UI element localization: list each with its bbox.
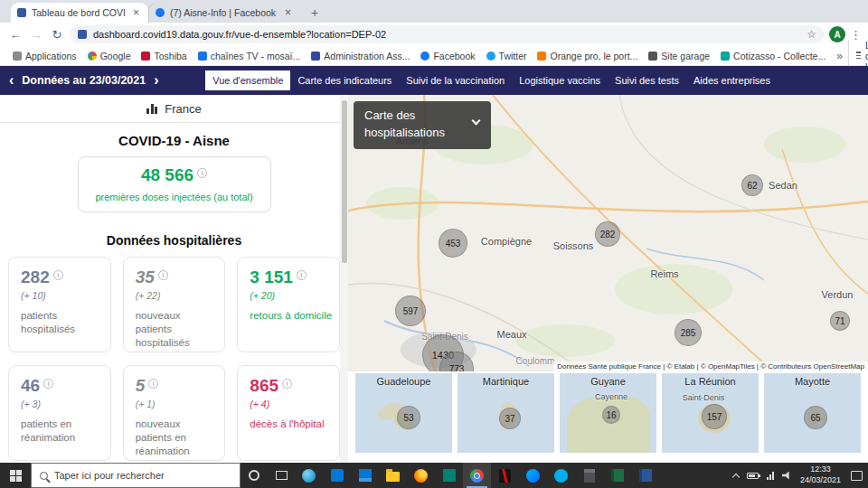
territory-bubble[interactable]: 16 <box>602 406 620 424</box>
tab-carte-des-indicateurs[interactable]: Carte des indicateurs <box>290 70 399 90</box>
taskbar-clock[interactable]: 12:33 24/03/2021 <box>800 465 841 485</box>
map-bubble[interactable]: 453 <box>439 229 467 258</box>
page-title: COVID-19 - Aisne <box>0 133 348 148</box>
territory-bubble[interactable]: 157 <box>702 404 727 429</box>
facebook-icon <box>420 52 429 61</box>
info-icon[interactable]: i <box>43 379 53 389</box>
app-skype[interactable] <box>547 463 575 488</box>
app-calculator[interactable] <box>575 463 603 488</box>
app-bing[interactable] <box>435 463 463 488</box>
info-icon[interactable]: i <box>53 270 63 280</box>
info-icon[interactable]: i <box>158 270 168 280</box>
app-firefox[interactable] <box>407 463 435 488</box>
bookmark-twitter[interactable]: Twitter <box>481 49 533 63</box>
info-icon[interactable]: i <box>148 379 158 389</box>
app-edge[interactable] <box>295 463 323 488</box>
action-center-icon[interactable] <box>851 471 863 481</box>
network-icon[interactable] <box>767 472 774 480</box>
stats-panel: France COVID-19 - Aisne 48 566i première… <box>0 95 348 463</box>
territory-guadeloupe[interactable]: Guadeloupe 53 <box>355 373 452 453</box>
city-label: Saint-Denis <box>683 393 725 402</box>
section-title: Données hospitalières <box>0 233 348 248</box>
tab-suivi-vaccination[interactable]: Suivi de la vaccination <box>399 70 512 90</box>
bookmark-label: Cotizasso - Collecte... <box>733 51 826 61</box>
url-text[interactable]: dashboard.covid19.data.gouv.fr/vue-d-ens… <box>93 29 800 40</box>
territory-bubble[interactable]: 65 <box>804 406 827 429</box>
volume-icon[interactable] <box>782 472 792 480</box>
bookmark-cotizasso[interactable]: Cotizasso - Collecte... <box>715 49 831 63</box>
tab-aides-entreprises[interactable]: Aides entreprises <box>686 70 778 90</box>
taskbar-search[interactable]: Taper ici pour rechercher <box>31 463 241 488</box>
file-explorer-icon <box>386 472 400 482</box>
cortana-button[interactable] <box>241 463 268 488</box>
app-store[interactable] <box>323 463 351 488</box>
bookmark-star-icon[interactable]: ☆ <box>807 28 816 41</box>
scrollbar-thumb[interactable] <box>342 100 347 263</box>
close-tab-icon[interactable]: × <box>130 6 142 19</box>
messenger-icon <box>526 469 540 483</box>
netflix-icon <box>499 469 511 483</box>
territory-la-reunion[interactable]: La Réunion Saint-Denis 157 <box>662 373 759 453</box>
bookmark-chaines-tv[interactable]: chaînes TV - mosaï... <box>193 49 307 63</box>
app-chrome[interactable] <box>463 463 491 488</box>
city-label: Compiègne <box>481 236 532 247</box>
url-bar[interactable]: dashboard.covid19.data.gouv.fr/vue-d-ens… <box>70 25 825 43</box>
new-tab-button[interactable]: + <box>306 4 324 22</box>
info-icon[interactable]: i <box>197 168 207 178</box>
orange-icon <box>537 52 546 61</box>
bookmark-applications[interactable]: Applications <box>7 49 82 63</box>
info-icon[interactable]: i <box>297 270 307 280</box>
bookmarks-overflow-icon[interactable]: » <box>831 50 848 62</box>
info-icon[interactable]: i <box>282 379 292 389</box>
bookmark-site-garage[interactable]: Site garage <box>643 49 715 63</box>
reload-icon[interactable]: ↻ <box>49 28 65 42</box>
task-view-button[interactable] <box>268 463 295 488</box>
chevron-down-icon <box>472 117 481 126</box>
start-button[interactable] <box>0 463 31 488</box>
bookmark-google[interactable]: Google <box>82 49 137 63</box>
app-messenger[interactable] <box>519 463 547 488</box>
next-day-button[interactable]: › <box>154 73 158 88</box>
app-file-explorer[interactable] <box>379 463 407 488</box>
app-excel[interactable] <box>603 463 631 488</box>
bar-chart-icon <box>146 104 157 114</box>
battery-icon[interactable] <box>747 473 759 479</box>
region-selector[interactable]: France <box>0 95 348 123</box>
territory-martinique[interactable]: Martinique 37 <box>458 373 554 453</box>
back-icon[interactable]: ← <box>7 28 24 42</box>
hidden-icons-icon[interactable] <box>732 473 740 480</box>
clock-time: 12:33 <box>800 465 841 475</box>
previous-day-button[interactable]: ‹ <box>9 73 14 88</box>
territory-bubble[interactable]: 53 <box>397 406 420 429</box>
app-word[interactable] <box>631 463 659 488</box>
hospitalisations-map[interactable]: Amiens Compiègne Soissons Reims Meaux Ve… <box>348 95 868 371</box>
app-netflix[interactable] <box>491 463 519 488</box>
bookmark-orange-pro[interactable]: Orange pro, le port... <box>532 49 643 63</box>
browser-tab-dashboard[interactable]: Tableau de bord COVID-19 Suivi × <box>11 3 148 23</box>
tab-logistique-vaccins[interactable]: Logistique vaccins <box>512 70 608 90</box>
cortana-icon <box>249 470 259 481</box>
map-bubble[interactable]: 71 <box>830 311 850 331</box>
tab-vue-densemble[interactable]: Vue d'ensemble <box>205 70 290 90</box>
map-bubble[interactable]: 62 <box>741 174 763 196</box>
close-tab-icon[interactable]: × <box>282 6 294 19</box>
forward-icon[interactable]: → <box>28 28 44 42</box>
profile-avatar[interactable]: A <box>829 26 845 42</box>
browser-tab-facebook[interactable]: (7) Aisne-Info | Facebook × <box>148 3 300 23</box>
territory-bubble[interactable]: 37 <box>499 408 521 429</box>
territory-mayotte[interactable]: Mayotte 65 <box>764 373 861 453</box>
bookmark-toshiba[interactable]: Toshiba <box>136 49 192 63</box>
map-bubble[interactable]: 597 <box>395 296 426 326</box>
map-bubble[interactable]: 285 <box>675 319 702 346</box>
bookmark-facebook[interactable]: Facebook <box>415 49 480 63</box>
map-bubble[interactable]: 282 <box>595 221 620 247</box>
map-layer-dropdown[interactable]: Carte des hospitalisations <box>354 101 491 149</box>
app-mail[interactable] <box>351 463 379 488</box>
stat-cards-grid: 282i (+ 10) patients hospitalisés 35i (+… <box>0 248 348 461</box>
stat-delta: (+ 3) <box>21 399 105 409</box>
bookmark-administration[interactable]: Administration Ass... <box>306 49 415 63</box>
toshiba-icon <box>141 52 150 61</box>
territory-guyane[interactable]: Guyane Cayenne 16 <box>560 373 656 453</box>
tab-suivi-des-tests[interactable]: Suivi des tests <box>608 70 686 90</box>
stat-card-reanimation: 46i (+ 3) patients en réanimation <box>8 365 111 461</box>
